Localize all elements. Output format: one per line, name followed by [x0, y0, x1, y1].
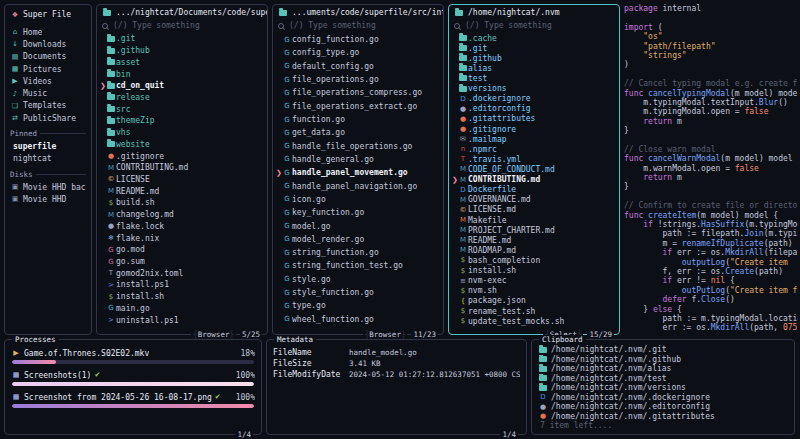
file-row[interactable]: Ghandle_panel_navigation.go [276, 179, 440, 192]
file-row[interactable]: >uninstall.ps1 [100, 314, 264, 326]
file-row[interactable]: Gconfig_type.go [276, 46, 440, 59]
file-row[interactable]: {package.json [452, 296, 616, 306]
file-row[interactable]: release [100, 92, 264, 104]
file-row[interactable]: ●flake.lock [100, 221, 264, 233]
sidebar-item-templates[interactable]: ❏Templates [10, 100, 86, 112]
sidebar-item-home[interactable]: ⌂Home [10, 26, 86, 38]
file-row[interactable]: $update_test_mocks.sh [452, 316, 616, 326]
file-row[interactable]: MMakefile [452, 215, 616, 225]
file-row[interactable]: ✉.mailmap [452, 134, 616, 144]
file-row[interactable]: ❯cd_on_quit [100, 80, 264, 92]
file-row[interactable]: .cache [452, 33, 616, 43]
file-row[interactable]: Gfunction.go [276, 113, 440, 126]
file-row[interactable]: alias [452, 63, 616, 73]
file-row[interactable]: $rename_test.sh [452, 306, 616, 316]
file-row[interactable]: Gmodel_render.go [276, 233, 440, 246]
file-row[interactable]: $bash_completion [452, 255, 616, 265]
file-row[interactable]: Mchangelog.md [100, 209, 264, 221]
file-row[interactable]: .github [452, 53, 616, 63]
file-row[interactable]: ©LICENSE.md [452, 205, 616, 215]
file-panel-3[interactable]: /home/nightcat/.nvm (/) Type something .… [448, 4, 620, 335]
sidebar-item-label: Pictures [23, 65, 62, 74]
file-row[interactable]: ●.editorconfig [452, 104, 616, 114]
file-row[interactable]: website [100, 138, 264, 150]
file-panel-2[interactable]: ...uments/code/superfile/src/internal (/… [272, 4, 444, 335]
sidebar-item-downloads[interactable]: ↓Downloads [10, 38, 86, 50]
file-row[interactable]: n.npmrc [452, 144, 616, 154]
file-row[interactable]: $build.sh [100, 197, 264, 209]
file-row[interactable]: MREADME.md [452, 235, 616, 245]
file-row[interactable]: Gmain.go [100, 303, 264, 315]
sidebar-item-music[interactable]: ♪Music [10, 87, 86, 99]
file-row[interactable]: src [100, 103, 264, 115]
file-row[interactable]: Gfile_operations_compress.go [276, 86, 440, 99]
file-row[interactable]: T.travis.yml [452, 154, 616, 164]
file-row[interactable]: .git [100, 33, 264, 45]
file-row[interactable]: D.dockerignore [452, 94, 616, 104]
file-row[interactable]: Gfile_operations_extract.go [276, 100, 440, 113]
file-row[interactable]: Ggo.sum [100, 256, 264, 268]
sidebar-item-documents[interactable]: ▤Documents [10, 51, 86, 63]
file-row[interactable]: Gfile_operations.go [276, 73, 440, 86]
file-row[interactable]: bin [100, 68, 264, 80]
file-row[interactable]: Gdefault_config.go [276, 60, 440, 73]
file-row[interactable]: MCODE_OF_CONDUCT.md [452, 164, 616, 174]
sidebar-item-videos[interactable]: ▶Videos [10, 75, 86, 87]
file-row[interactable]: Ghandle_file_operations.go [276, 140, 440, 153]
disk-item[interactable]: ▣Movie HHD backu... [10, 181, 86, 193]
file-row[interactable]: $nvm.sh [452, 286, 616, 296]
sidebar-item-publicshare[interactable]: ⇄PublicShare [10, 112, 86, 124]
file-row[interactable]: Gconfig_function.go [276, 33, 440, 46]
file-row[interactable]: asset [100, 56, 264, 68]
file-row[interactable]: MPROJECT_CHARTER.md [452, 225, 616, 235]
file-row[interactable]: test [452, 73, 616, 83]
file-row[interactable]: ❯MCONTRIBUTING.md [452, 175, 616, 185]
file-row[interactable]: Gstring_function.go [276, 246, 440, 259]
file-row[interactable]: Tgomod2nix.toml [100, 267, 264, 279]
file-row[interactable]: versions [452, 84, 616, 94]
search-bar[interactable]: (/) Type something [97, 18, 267, 31]
file-row[interactable]: .git [452, 43, 616, 53]
file-row[interactable]: vhs [100, 127, 264, 139]
file-row[interactable]: $install.sh [452, 266, 616, 276]
file-row[interactable]: Ghandle_general.go [276, 153, 440, 166]
disk-item[interactable]: ▣Movie HHD [10, 193, 86, 205]
file-row[interactable]: ●.gitignore [452, 124, 616, 134]
file-row[interactable]: Ggo.mod [100, 244, 264, 256]
file-row[interactable]: ❯Ghandle_panel_movement.go [276, 166, 440, 179]
file-row[interactable]: DDockerfile [452, 185, 616, 195]
metadata-title: Metadata [274, 335, 316, 344]
file-row[interactable]: Gkey_function.go [276, 206, 440, 219]
file-row[interactable]: ❄flake.nix [100, 232, 264, 244]
file-row[interactable]: Gtype.go [276, 299, 440, 312]
sidebar-item-pictures[interactable]: ▦Pictures [10, 63, 86, 75]
file-row[interactable]: ©LICENSE [100, 174, 264, 186]
pinned-item-superfile[interactable]: superfile [10, 140, 86, 152]
go-icon: G [282, 235, 292, 243]
file-panel-1[interactable]: .../nightcat/Documents/code/superfile (/… [96, 4, 268, 335]
file-name: type.go [292, 301, 326, 310]
file-row[interactable]: MROADMAP.md [452, 245, 616, 255]
file-row[interactable]: Gstyle_function.go [276, 286, 440, 299]
file-row[interactable]: Gwheel_function.go [276, 313, 440, 326]
file-row[interactable]: MGOVERNANCE.md [452, 195, 616, 205]
sidebar-item-label: Videos [23, 77, 52, 86]
file-row[interactable]: themeZip [100, 115, 264, 127]
file-row[interactable]: MCONTRIBUTING.md [100, 162, 264, 174]
file-row[interactable]: $install.sh [100, 291, 264, 303]
file-row[interactable]: ●.gitignore [100, 150, 264, 162]
file-row[interactable]: Gstring_function_test.go [276, 259, 440, 272]
file-row[interactable]: MREADME.md [100, 185, 264, 197]
file-row[interactable]: ●.gitattributes [452, 114, 616, 124]
pinned-item-nightcat[interactable]: nightcat [10, 153, 86, 165]
search-bar[interactable]: (/) Type something [273, 18, 443, 31]
file-row[interactable]: >install.ps1 [100, 279, 264, 291]
file-row[interactable]: Gstyle.go [276, 273, 440, 286]
clipboard-item: ●/home/nightcat/.nvm/.gitattributes [538, 412, 788, 422]
search-bar[interactable]: (/) Type something [449, 18, 619, 31]
file-row[interactable]: Gget_data.go [276, 126, 440, 139]
file-row[interactable]: Gicon.go [276, 193, 440, 206]
file-row[interactable]: ≡nvm-exec [452, 276, 616, 286]
file-row[interactable]: Gmodel.go [276, 219, 440, 232]
file-row[interactable]: .github [100, 45, 264, 57]
